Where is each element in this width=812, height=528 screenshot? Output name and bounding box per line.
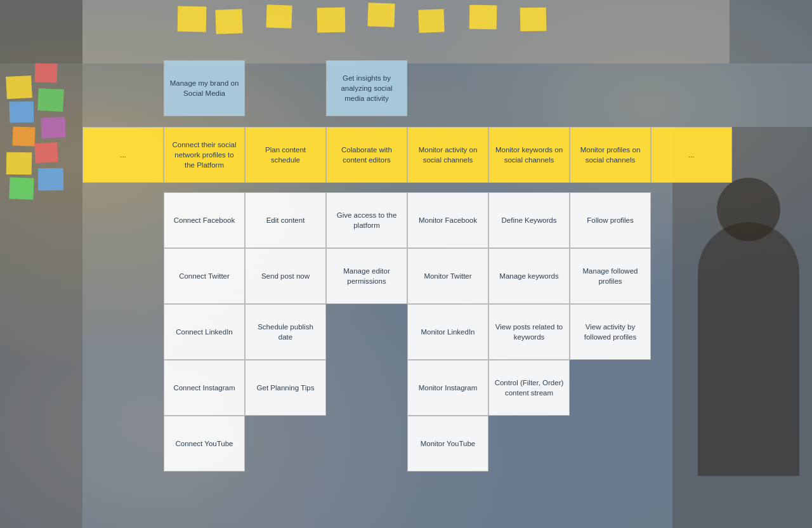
card-follow-profiles[interactable]: Follow profiles	[570, 192, 651, 248]
card-view-posts-related-to-keywords[interactable]: View posts related to keywords	[488, 304, 570, 360]
card-connect-youtube[interactable]: Connect YouTube	[164, 416, 245, 472]
card-[interactable]: ...	[651, 127, 732, 183]
card-get-planning-tips[interactable]: Get Planning Tips	[245, 360, 326, 416]
card-monitor-facebook[interactable]: Monitor Facebook	[407, 192, 488, 248]
card-view-activity-by-followed-prof[interactable]: View activity by followed profiles	[570, 304, 651, 360]
card-monitor-activity-on-social-cha[interactable]: Monitor activity on social channels	[407, 127, 488, 183]
card-monitor-instagram[interactable]: Monitor Instagram	[407, 360, 488, 416]
card-monitor-twitter[interactable]: Monitor Twitter	[407, 248, 488, 304]
card-send-post-now[interactable]: Send post now	[245, 248, 326, 304]
card-connect-twitter[interactable]: Connect Twitter	[164, 248, 245, 304]
card-[interactable]: ...	[82, 127, 164, 183]
card-monitor-profiles-on-social-cha[interactable]: Monitor profiles on social channels	[570, 127, 651, 183]
card-control-filter-order-content-s[interactable]: Control (Filter, Order) content stream	[488, 360, 570, 416]
main-content: Manage my brand on Social MediaGet insig…	[0, 0, 812, 520]
card-get-insights-by-analyzing-soci[interactable]: Get insights by analyzing social media a…	[326, 60, 407, 116]
card-connect-instagram[interactable]: Connect Instagram	[164, 360, 245, 416]
card-connect-linkedin[interactable]: Connect LinkedIn	[164, 304, 245, 360]
card-plan-content-schedule[interactable]: Plan content schedule	[245, 127, 326, 183]
card-manage-editor-permissions[interactable]: Manage editor permissions	[326, 248, 407, 304]
card-monitor-keywords-on-social-cha[interactable]: Monitor keywords on social channels	[488, 127, 570, 183]
card-connect-their-social-network-p[interactable]: Connect their social network profiles to…	[164, 127, 245, 183]
card-monitor-linkedin[interactable]: Monitor LinkedIn	[407, 304, 488, 360]
card-manage-keywords[interactable]: Manage keywords	[488, 248, 570, 304]
card-define-keywords[interactable]: Define Keywords	[488, 192, 570, 248]
card-schedule-publish-date[interactable]: Schedule publish date	[245, 304, 326, 360]
card-connect-facebook[interactable]: Connect Facebook	[164, 192, 245, 248]
card-edit-content[interactable]: Edit content	[245, 192, 326, 248]
card-give-access-to-the-platform[interactable]: Give access to the platform	[326, 192, 407, 248]
card-monitor-youtube[interactable]: Monitor YouTube	[407, 416, 488, 472]
card-manage-followed-profiles[interactable]: Manage followed profiles	[570, 248, 651, 304]
card-manage-my-brand-on-social-medi[interactable]: Manage my brand on Social Media	[164, 60, 245, 116]
card-grid: Manage my brand on Social MediaGet insig…	[82, 13, 780, 520]
card-colaborate-with-content-editor[interactable]: Colaborate with content editors	[326, 127, 407, 183]
